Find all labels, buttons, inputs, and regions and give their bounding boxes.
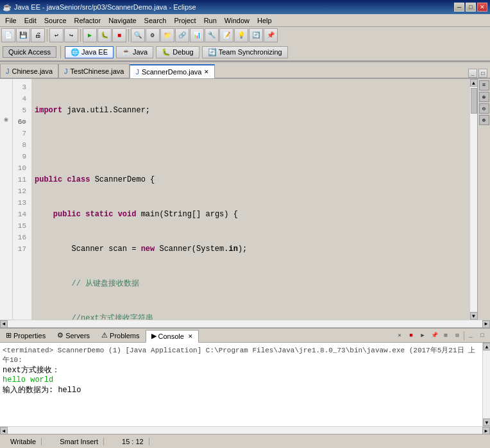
perspective-debug[interactable]: 🐛 Debug: [156, 46, 199, 58]
tb-btn-1[interactable]: 🔍: [131, 28, 145, 42]
tb-btn-8[interactable]: 💡: [234, 28, 248, 42]
tb-btn-7[interactable]: 📝: [219, 28, 233, 42]
save-button[interactable]: 💾: [16, 28, 30, 42]
marker-1: [0, 79, 12, 90]
status-position: 15 : 12: [117, 438, 149, 445]
close-button[interactable]: ✕: [477, 3, 487, 12]
tab-properties[interactable]: ⊞ Properties: [0, 329, 51, 342]
ln-12: 12: [14, 185, 29, 197]
menu-project[interactable]: Project: [170, 14, 199, 26]
tab-scanner-demo[interactable]: J ScannerDemo.java ✕: [130, 64, 215, 78]
minimize-console-button[interactable]: _: [466, 331, 476, 341]
tb-btn-5[interactable]: 📊: [190, 28, 204, 42]
tb-btn-9[interactable]: 🔄: [249, 28, 263, 42]
menu-source[interactable]: Source: [40, 14, 71, 26]
console-scroll-up[interactable]: ▲: [483, 343, 490, 350]
code-line-7: Scanner scan = new Scanner(System.in);: [35, 243, 467, 255]
menu-help[interactable]: Help: [253, 14, 276, 26]
tb-btn-10[interactable]: 📌: [264, 28, 278, 42]
marker-10: [0, 183, 12, 194]
ln-3: 3: [14, 82, 29, 93]
marker-area: ◉: [0, 79, 13, 320]
tab-label-scanner-demo: ScannerDemo.java: [142, 68, 202, 76]
ln-4: 4: [14, 93, 29, 105]
status-bar: Writable Smart Insert 15 : 12: [0, 434, 490, 448]
scroll-right-button[interactable]: ►: [482, 320, 490, 328]
tb-btn-4[interactable]: 🔗: [175, 28, 189, 42]
properties-label: Properties: [13, 332, 46, 340]
maximize-button[interactable]: □: [466, 3, 476, 12]
undo-button[interactable]: ↩: [49, 28, 63, 42]
scroll-left-button[interactable]: ◄: [0, 320, 8, 328]
right-icon-4[interactable]: ⊗: [479, 115, 489, 125]
menu-run[interactable]: Run: [200, 14, 221, 26]
print-button[interactable]: 🖨: [31, 28, 45, 42]
menu-search[interactable]: Search: [140, 14, 171, 26]
tab-bar: J Chinese.java J TestChinese.java J Scan…: [0, 62, 490, 79]
tab-problems[interactable]: ⚠ Problems: [96, 329, 145, 342]
open-console-button[interactable]: ⊟: [452, 331, 462, 341]
bottom-tab-bar-row: ⊞ Properties ⚙ Servers ⚠ Problems ▶ Cons…: [0, 329, 490, 343]
ln-7: 7: [14, 128, 29, 139]
menu-edit[interactable]: Edit: [21, 14, 40, 26]
quick-access-button[interactable]: Quick Access: [3, 46, 56, 58]
scroll-down-button[interactable]: ▼: [470, 312, 478, 320]
redo-button[interactable]: ↪: [64, 28, 78, 42]
stop-console-button[interactable]: ■: [406, 331, 416, 341]
debug-button[interactable]: 🐛: [97, 28, 112, 42]
console-h-track: [8, 427, 482, 434]
toolbar-area: 📄 💾 🖨 ↩ ↪ ▶ 🐛 ■ 🔍 ⚙ 📁 🔗 📊 🔧 📝 💡 🔄 📌 Quic…: [0, 27, 490, 62]
java-file-icon-2: J: [64, 67, 68, 75]
tab-servers[interactable]: ⚙ Servers: [51, 329, 96, 342]
marker-bp-15: [0, 218, 12, 229]
maximize-panel-button[interactable]: □: [478, 69, 487, 78]
menu-file[interactable]: File: [1, 14, 21, 26]
line-numbers: 3 4 5 6⊙ 7 8 9 10 11 12 13 14 15 16 17: [13, 79, 32, 320]
right-icon-3[interactable]: ⊖: [479, 103, 489, 114]
console-options-button[interactable]: ⊞: [441, 331, 451, 341]
tb-btn-2[interactable]: ⚙: [146, 28, 160, 42]
tab-test-chinese[interactable]: J TestChinese.java: [58, 64, 130, 78]
team-sync-label: Team Synchronizing: [219, 48, 282, 56]
run-button[interactable]: ▶: [83, 28, 97, 42]
new-button[interactable]: 📄: [1, 28, 15, 42]
perspective-java[interactable]: ☕ Java: [116, 46, 153, 58]
clear-console-button[interactable]: ✕: [394, 331, 405, 341]
right-icon-1[interactable]: ≡: [479, 80, 489, 90]
right-icon-2[interactable]: ⊕: [479, 92, 489, 102]
console-tab-close-icon[interactable]: ✕: [188, 333, 193, 340]
marker-5: [0, 125, 12, 137]
perspective-bar: Quick Access 🌐 Java EE ☕ Java 🐛 Debug 🔄 …: [0, 44, 490, 62]
tab-close-icon[interactable]: ✕: [204, 69, 209, 75]
ln-14: 14: [14, 209, 29, 220]
tb-btn-3[interactable]: 📁: [160, 28, 174, 42]
menu-window[interactable]: Window: [221, 14, 253, 26]
relaunch-button[interactable]: ▶: [418, 331, 428, 341]
marker-2: [0, 90, 12, 102]
menu-navigate[interactable]: Navigate: [105, 14, 140, 26]
title-bar-text: ☕ Java EE - javaSenior/src/p03/ScannerDe…: [3, 3, 196, 12]
scroll-up-button[interactable]: ▲: [470, 79, 478, 87]
java-icon: ☕: [122, 48, 131, 56]
code-content[interactable]: import java.util.Scanner; public class S…: [32, 79, 469, 320]
code-line-3: import java.util.Scanner;: [35, 105, 467, 116]
console-scroll-down[interactable]: ▼: [483, 418, 490, 426]
tab-console[interactable]: ▶ Console ✕: [146, 330, 199, 343]
scroll-thumb[interactable]: [471, 88, 477, 114]
stop-button[interactable]: ■: [112, 28, 126, 42]
maximize-console-button[interactable]: □: [477, 331, 487, 341]
tb-btn-6[interactable]: 🔧: [205, 28, 219, 42]
tab-chinese[interactable]: J Chinese.java: [0, 64, 58, 78]
console-sep: [464, 331, 464, 340]
minimize-panel-button[interactable]: _: [468, 69, 477, 78]
code-line-4: [35, 139, 467, 151]
minimize-button[interactable]: ─: [454, 3, 464, 12]
menu-refactor[interactable]: Refactor: [71, 14, 105, 26]
perspective-java-ee[interactable]: 🌐 Java EE: [65, 46, 114, 58]
perspective-team-sync[interactable]: 🔄 Team Synchronizing: [202, 46, 288, 58]
console-icon: ▶: [151, 332, 156, 340]
ln-5: 5: [14, 105, 29, 116]
pin-console-button[interactable]: 📌: [429, 331, 439, 341]
toolbar-1: 📄 💾 🖨 ↩ ↪ ▶ 🐛 ■ 🔍 ⚙ 📁 🔗 📊 🔧 📝 💡 🔄 📌: [0, 27, 490, 44]
marker-arrow-6: ◉: [0, 114, 12, 125]
